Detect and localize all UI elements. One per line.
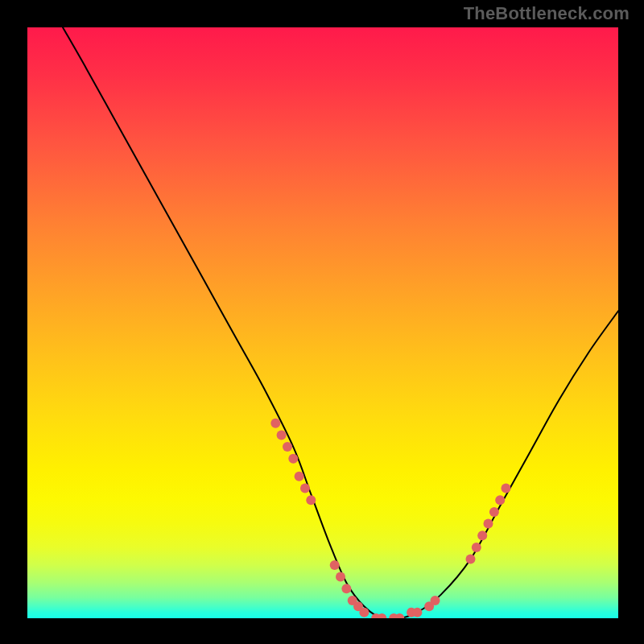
highlight-point [283,442,292,452]
curve-svg [27,27,618,618]
bottleneck-curve [63,27,618,618]
highlight-point [288,454,298,464]
highlight-point [359,608,369,617]
highlight-point [431,596,440,605]
highlight-point [489,507,499,517]
highlight-point [341,584,351,593]
highlight-point [295,472,304,481]
highlight-point [306,495,316,505]
plot-area [27,27,618,618]
highlight-point [466,555,476,564]
highlight-point [472,543,481,552]
chart-container: TheBottleneck.com [0,0,644,644]
highlight-point [277,431,287,440]
highlight-point [270,419,280,428]
highlight-point [300,484,310,493]
highlight-point [330,560,340,570]
watermark-text: TheBottleneck.com [464,3,630,24]
highlight-point [477,530,487,540]
highlight-points [270,419,510,618]
highlight-point [484,519,493,529]
highlight-point [495,495,505,505]
highlight-point [502,484,511,493]
highlight-point [412,608,422,617]
highlight-point [336,572,345,582]
